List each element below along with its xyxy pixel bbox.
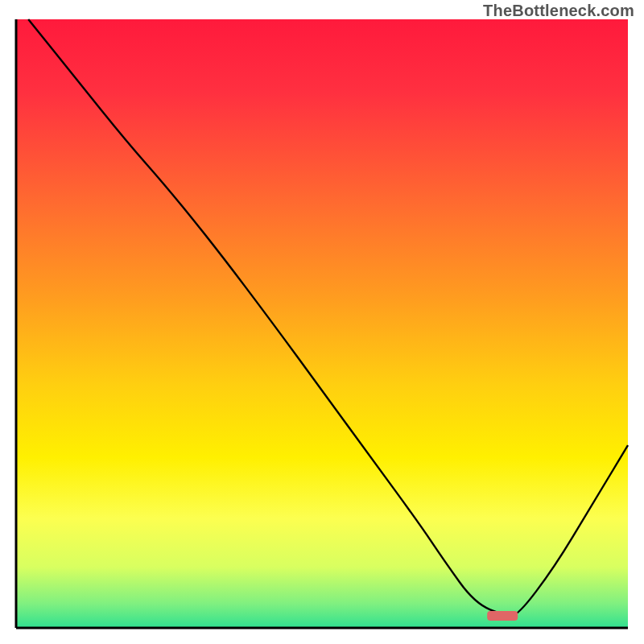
optimal-marker bbox=[487, 611, 518, 621]
bottleneck-chart bbox=[0, 0, 644, 644]
watermark-text: TheBottleneck.com bbox=[483, 2, 634, 20]
chart-background-gradient bbox=[16, 19, 628, 628]
